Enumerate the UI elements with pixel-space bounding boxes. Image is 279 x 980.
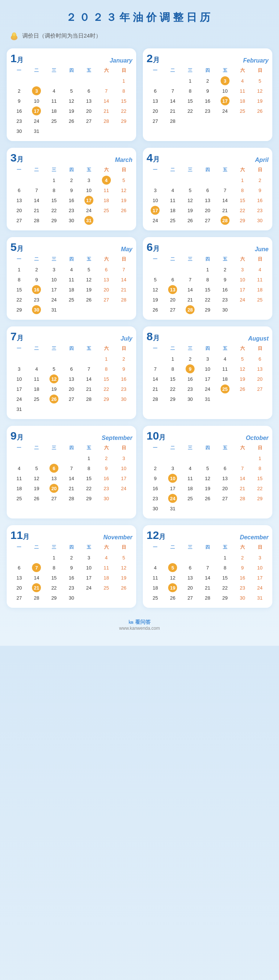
month-en-12: December	[240, 534, 269, 541]
weekday-四: 四	[199, 66, 217, 75]
day-5-14: 14	[115, 275, 132, 284]
day-4-29: 29	[234, 215, 251, 225]
weekdays-row-12: 一二三四五六日	[147, 543, 269, 552]
month-en-1: January	[110, 57, 132, 64]
day-9-13: 13	[45, 473, 63, 483]
day-9-19: 19	[28, 484, 45, 493]
weekday-三: 三	[182, 165, 199, 174]
empty-cell	[28, 453, 45, 463]
month-en-3: March	[115, 157, 132, 163]
month-num-4: 4月	[147, 152, 160, 163]
day-10-7: 7	[234, 463, 251, 473]
day-11-29: 29	[45, 593, 63, 603]
day-11-5: 5	[115, 553, 132, 562]
month-header-10: 10月October	[147, 430, 269, 441]
day-6-18: 18	[251, 285, 269, 294]
day-7-12: 12	[45, 374, 63, 384]
empty-cell	[164, 553, 182, 562]
day-2-1: 1	[182, 76, 199, 86]
month-header-2: 2月February	[147, 53, 269, 64]
weekdays-row-8: 一二三四五六日	[147, 344, 269, 353]
day-7-25: 25	[28, 394, 45, 404]
weekday-日: 日	[251, 66, 269, 75]
day-12-23: 23	[234, 583, 251, 593]
day-5-13: 13	[97, 275, 115, 284]
day-7-3: 3	[10, 364, 28, 374]
day-6-1: 1	[199, 265, 217, 274]
day-2-6: 6	[147, 86, 164, 95]
day-1-5: 5	[63, 86, 80, 95]
day-8-9: 9	[182, 364, 199, 374]
weekday-二: 二	[28, 66, 45, 75]
day-11-26: 26	[115, 583, 132, 593]
days-grid-2: 1234567891011121314151617181920212223242…	[147, 76, 269, 126]
weekday-一: 一	[10, 543, 28, 552]
day-7-11: 11	[28, 374, 45, 384]
day-8-29: 29	[164, 394, 182, 404]
day-4-4: 4	[164, 185, 182, 195]
day-5-21: 21	[115, 285, 132, 294]
day-9-23: 23	[97, 484, 115, 493]
day-5-5: 5	[80, 265, 97, 274]
day-7-20: 20	[63, 384, 80, 394]
main-title: ２０２３年油价调整日历	[0, 0, 279, 30]
day-11-21: 21	[28, 583, 45, 593]
day-10-6: 6	[216, 463, 234, 473]
day-9-24: 24	[115, 484, 132, 493]
day-9-8: 8	[80, 463, 97, 473]
month-en-10: October	[246, 435, 269, 441]
month-num-10: 10月	[147, 430, 166, 441]
day-11-30: 30	[63, 593, 80, 603]
month-header-9: 9月September	[10, 430, 132, 441]
day-8-21: 21	[147, 384, 164, 394]
day-3-1: 1	[45, 175, 63, 185]
days-grid-8: 1234567891011121314151617181920212223242…	[147, 354, 269, 404]
empty-cell	[63, 453, 80, 463]
weekday-四: 四	[63, 344, 80, 353]
day-7-19: 19	[45, 384, 63, 394]
day-5-1: 1	[10, 265, 28, 274]
day-10-8: 8	[251, 463, 269, 473]
day-5-10: 10	[45, 275, 63, 284]
day-8-1: 1	[164, 354, 182, 364]
weekday-一: 一	[147, 344, 164, 353]
day-8-20: 20	[251, 374, 269, 384]
day-10-17: 17	[164, 484, 182, 493]
weekdays-row-9: 一二三四五六日	[10, 444, 132, 452]
day-5-24: 24	[45, 295, 63, 304]
days-grid-1: 1234567891011121314151617181920212223242…	[10, 76, 132, 136]
weekday-三: 三	[182, 543, 199, 552]
weekday-一: 一	[147, 255, 164, 264]
day-3-24: 24	[80, 205, 97, 215]
weekday-日: 日	[115, 165, 132, 174]
day-12-15: 15	[216, 573, 234, 582]
day-5-6: 6	[97, 265, 115, 274]
day-10-10: 10	[164, 473, 182, 483]
month-num-11: 11月	[10, 530, 29, 541]
day-5-23: 23	[28, 295, 45, 304]
empty-cell	[147, 175, 164, 185]
day-2-26: 26	[251, 106, 269, 116]
day-8-17: 17	[199, 374, 217, 384]
day-11-3: 3	[80, 553, 97, 562]
day-5-27: 27	[97, 295, 115, 304]
day-2-2: 2	[199, 76, 217, 86]
weekday-五: 五	[216, 66, 234, 75]
day-9-29: 29	[80, 493, 97, 503]
day-10-19: 19	[199, 484, 217, 493]
empty-cell	[10, 175, 28, 185]
weekday-三: 三	[45, 255, 63, 264]
day-8-31: 31	[199, 394, 217, 404]
month-num-8: 8月	[147, 331, 160, 342]
weekday-五: 五	[216, 344, 234, 353]
day-10-4: 4	[182, 463, 199, 473]
day-6-2: 2	[216, 265, 234, 274]
day-3-19: 19	[115, 196, 132, 205]
day-5-19: 19	[80, 285, 97, 294]
month-en-7: July	[120, 335, 132, 342]
day-6-15: 15	[199, 285, 217, 294]
day-6-14: 14	[182, 285, 199, 294]
day-10-23: 23	[147, 493, 164, 503]
day-6-29: 29	[199, 305, 217, 315]
month-header-8: 8月August	[147, 331, 269, 342]
